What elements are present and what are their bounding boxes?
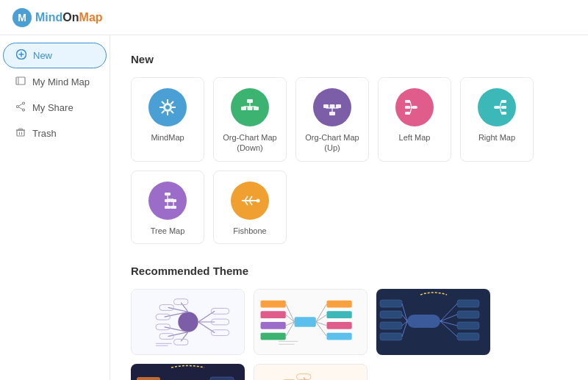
svg-point-8 — [23, 109, 25, 111]
svg-rect-134 — [210, 377, 234, 380]
svg-rect-94 — [261, 311, 286, 318]
svg-line-26 — [171, 111, 174, 114]
mindmap-icon-circle — [148, 88, 187, 126]
svg-rect-100 — [327, 333, 352, 340]
svg-rect-56 — [171, 199, 176, 202]
new-section-title: New — [131, 53, 567, 65]
svg-rect-49 — [501, 106, 506, 109]
org-chart-up-label: Org-Chart Map (Up) — [304, 132, 361, 154]
recommended-section: Recommended Theme — [131, 265, 567, 380]
trash-icon — [15, 127, 26, 140]
svg-rect-55 — [165, 199, 171, 202]
mindmap-label: MindMap — [151, 132, 184, 143]
svg-rect-35 — [323, 104, 329, 108]
sidebar-item-new-label: New — [33, 50, 52, 61]
svg-rect-47 — [494, 106, 500, 109]
svg-rect-28 — [241, 107, 246, 110]
svg-rect-5 — [16, 77, 25, 85]
svg-rect-114 — [380, 311, 402, 318]
logo[interactable]: M MindOnMap — [12, 7, 103, 28]
theme-light-purple[interactable] — [131, 289, 245, 355]
svg-point-18 — [165, 105, 170, 110]
org-chart-up-icon-circle — [313, 88, 351, 126]
svg-line-51 — [500, 101, 501, 107]
svg-point-68 — [257, 198, 260, 202]
svg-line-44 — [410, 101, 412, 107]
svg-point-70 — [178, 312, 198, 331]
svg-rect-113 — [380, 300, 402, 307]
svg-rect-43 — [405, 112, 410, 115]
sidebar-item-my-mind-map-label: My Mind Map — [32, 76, 90, 87]
svg-rect-30 — [254, 107, 259, 110]
layout: New My Mind Map My Share Trash New — [0, 35, 588, 380]
svg-rect-115 — [380, 322, 402, 329]
left-map-label: Left Map — [399, 132, 431, 143]
svg-line-25 — [162, 111, 165, 114]
left-map-icon-circle — [395, 88, 434, 126]
svg-rect-117 — [457, 300, 479, 307]
theme-dark-blue[interactable] — [376, 289, 490, 355]
svg-rect-27 — [247, 99, 253, 103]
svg-rect-37 — [336, 104, 341, 108]
svg-rect-97 — [327, 301, 352, 308]
templates-grid: MindMap Org-Chart Map (Down) Org-Chart M… — [131, 77, 567, 244]
tree-map-label: Tree Map — [151, 226, 185, 236]
tree-map-icon-circle — [148, 182, 187, 220]
template-fishbone[interactable]: Fishbone — [213, 171, 287, 244]
svg-rect-99 — [327, 322, 352, 329]
svg-line-23 — [162, 101, 165, 104]
svg-rect-40 — [412, 106, 417, 109]
svg-point-7 — [23, 102, 25, 104]
svg-rect-131 — [137, 377, 160, 380]
svg-rect-48 — [501, 100, 506, 103]
svg-rect-12 — [17, 130, 24, 136]
template-right-map[interactable]: Right Map — [460, 77, 534, 162]
svg-rect-50 — [501, 112, 506, 115]
header: M MindOnMap — [0, 0, 588, 35]
svg-line-11 — [18, 107, 22, 110]
my-mind-map-icon — [15, 76, 26, 88]
template-org-chart-up[interactable]: Org-Chart Map (Up) — [295, 77, 369, 162]
svg-rect-41 — [405, 100, 410, 103]
main-content: New MindMap Org-Chart Map (Down) — [110, 35, 588, 380]
sidebar-item-new[interactable]: New — [3, 43, 107, 68]
template-mindmap[interactable]: MindMap — [131, 77, 204, 162]
svg-rect-96 — [261, 333, 286, 340]
svg-rect-14 — [19, 129, 23, 130]
logo-icon: M — [12, 7, 32, 28]
svg-rect-36 — [330, 104, 335, 108]
svg-text:M: M — [18, 12, 26, 24]
svg-rect-98 — [327, 311, 352, 318]
template-left-map[interactable]: Left Map — [378, 77, 451, 162]
template-org-chart-down[interactable]: Org-Chart Map (Down) — [213, 77, 287, 162]
right-map-label: Right Map — [478, 132, 515, 143]
fishbone-icon-circle — [231, 182, 269, 220]
svg-line-10 — [18, 104, 22, 106]
theme-light-orange[interactable] — [254, 364, 368, 380]
svg-rect-58 — [171, 206, 176, 209]
theme-dark-purple[interactable] — [131, 364, 245, 380]
sidebar-item-my-mind-map[interactable]: My Mind Map — [3, 70, 107, 94]
svg-rect-54 — [165, 193, 171, 196]
svg-rect-92 — [295, 317, 316, 327]
theme-light-colorful[interactable] — [254, 289, 368, 355]
right-map-icon-circle — [478, 88, 516, 126]
svg-rect-112 — [407, 315, 440, 328]
sidebar-item-my-share-label: My Share — [32, 102, 74, 113]
org-chart-down-icon-circle — [231, 88, 269, 126]
svg-rect-34 — [329, 112, 335, 115]
sidebar-item-trash-label: Trash — [32, 128, 57, 139]
recommended-title: Recommended Theme — [131, 265, 567, 277]
template-tree-map[interactable]: Tree Map — [131, 171, 204, 244]
logo-text: MindOnMap — [35, 11, 103, 24]
svg-rect-57 — [165, 206, 171, 209]
svg-point-9 — [17, 106, 19, 108]
svg-line-24 — [171, 101, 174, 104]
sidebar-item-trash[interactable]: Trash — [3, 121, 107, 146]
sidebar: New My Mind Map My Share Trash — [0, 35, 110, 380]
svg-rect-95 — [261, 322, 286, 329]
sidebar-item-my-share[interactable]: My Share — [3, 96, 107, 120]
svg-rect-29 — [248, 107, 253, 110]
svg-rect-120 — [457, 333, 479, 340]
svg-rect-118 — [457, 311, 479, 318]
